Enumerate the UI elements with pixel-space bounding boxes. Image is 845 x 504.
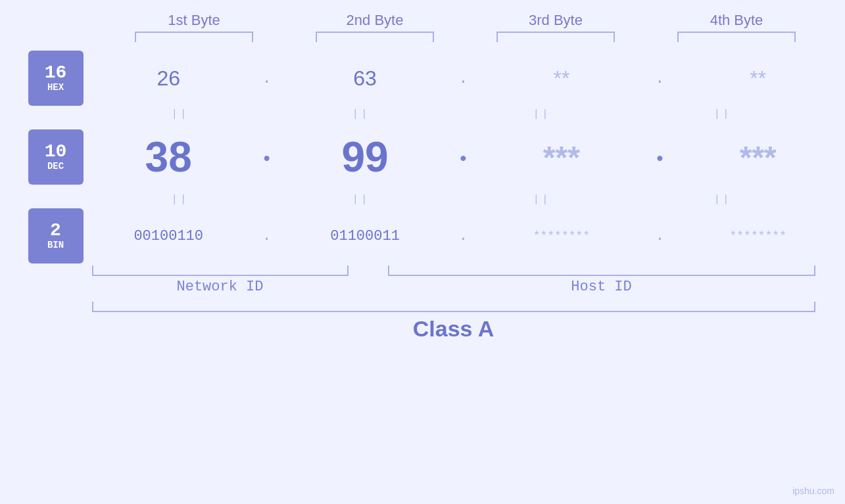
bracket-top-3 bbox=[496, 32, 615, 42]
dec-b1: 38 bbox=[103, 133, 234, 181]
hex-dot-3: . bbox=[653, 70, 666, 87]
hex-b4: ** bbox=[692, 66, 824, 91]
host-id-label: Host ID bbox=[388, 279, 815, 295]
sep-7: || bbox=[476, 194, 608, 206]
bin-dot-1: . bbox=[260, 228, 274, 244]
byte-headers-row: 1st Byte 2nd Byte 3rd Byte 4th Byte bbox=[104, 0, 827, 29]
dec-label: DEC bbox=[47, 161, 64, 172]
dec-dot-1: • bbox=[260, 149, 274, 181]
network-id-label: Network ID bbox=[92, 279, 349, 295]
outer-bracket bbox=[92, 302, 815, 312]
sep-1: || bbox=[114, 108, 246, 120]
hex-values-row: 26 . 63 . ** . ** bbox=[90, 66, 837, 91]
sep-6: || bbox=[295, 194, 427, 206]
hex-dot-1: . bbox=[260, 70, 274, 87]
bracket-top-2 bbox=[316, 32, 434, 42]
bin-b3: ******** bbox=[496, 229, 627, 242]
hex-b3: ** bbox=[496, 66, 627, 91]
sep-2: || bbox=[295, 108, 427, 120]
rows-area: 16 HEX 26 . 63 . ** . ** || || || || 10 bbox=[28, 49, 837, 265]
sep-4: || bbox=[657, 108, 788, 120]
bin-dot-2: . bbox=[456, 228, 470, 244]
byte4-header: 4th Byte bbox=[664, 12, 809, 29]
hex-b1: 26 bbox=[103, 66, 234, 91]
watermark: ipshu.com bbox=[792, 486, 834, 496]
dec-b2: 99 bbox=[299, 133, 431, 181]
hex-dot-2: . bbox=[456, 70, 470, 87]
hex-number: 16 bbox=[45, 64, 67, 82]
hex-b2: 63 bbox=[299, 66, 431, 91]
dec-values-row: 38 • 99 • *** • *** bbox=[90, 133, 837, 181]
bottom-bracket-row bbox=[92, 265, 815, 276]
byte3-header: 3rd Byte bbox=[483, 12, 628, 29]
bin-values-row: 00100110 . 01100011 . ******** . *******… bbox=[90, 228, 837, 244]
dec-badge: 10 DEC bbox=[28, 129, 84, 185]
bin-b1: 00100110 bbox=[103, 228, 234, 244]
main-container: 1st Byte 2nd Byte 3rd Byte 4th Byte 16 H… bbox=[0, 0, 845, 504]
bin-label: BIN bbox=[47, 240, 64, 251]
bracket-bottom-network bbox=[92, 265, 349, 276]
bracket-bottom-host bbox=[388, 265, 815, 276]
byte2-header: 2nd Byte bbox=[302, 12, 447, 29]
sep-row-2: || || || || bbox=[90, 193, 813, 206]
sep-row-1: || || || || bbox=[90, 108, 813, 121]
bin-badge: 2 BIN bbox=[28, 208, 84, 263]
dec-dot-2: • bbox=[456, 149, 470, 181]
bin-row: 2 BIN 00100110 . 01100011 . ******** . *… bbox=[28, 206, 837, 265]
bracket-top-1 bbox=[135, 32, 253, 42]
byte1-header: 1st Byte bbox=[122, 12, 266, 29]
bin-b4: ******** bbox=[692, 229, 824, 242]
sep-5: || bbox=[114, 194, 246, 206]
sep-3: || bbox=[476, 108, 608, 120]
dec-b4: *** bbox=[692, 139, 824, 175]
top-bracket-row bbox=[104, 32, 827, 42]
sep-8: || bbox=[657, 194, 788, 206]
class-label: Class A bbox=[92, 316, 815, 342]
dec-number: 10 bbox=[45, 143, 67, 161]
dec-dot-3: • bbox=[653, 149, 666, 181]
bin-dot-3: . bbox=[653, 228, 666, 244]
bin-b2: 01100011 bbox=[299, 228, 431, 244]
hex-label: HEX bbox=[47, 82, 64, 93]
id-labels-row: Network ID Host ID bbox=[92, 279, 815, 295]
bracket-top-4 bbox=[677, 32, 796, 42]
dec-b3: *** bbox=[496, 139, 627, 175]
dec-row: 10 DEC 38 • 99 • *** • *** bbox=[28, 121, 837, 193]
hex-row: 16 HEX 26 . 63 . ** . ** bbox=[28, 49, 837, 108]
bin-number: 2 bbox=[50, 221, 61, 240]
hex-badge: 16 HEX bbox=[28, 51, 84, 106]
